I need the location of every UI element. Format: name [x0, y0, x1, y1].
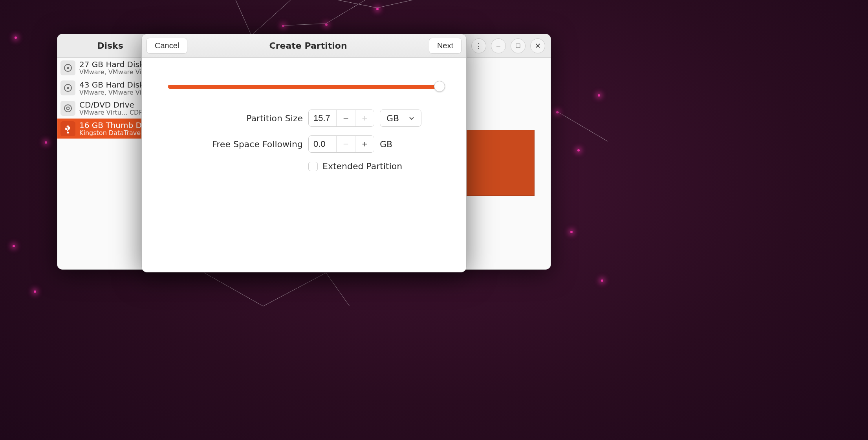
dialog-body: Partition Size − + GB Free Space Followi…	[142, 58, 466, 272]
dialog-header: Cancel Create Partition Next	[142, 34, 466, 58]
free-space-input[interactable]	[309, 136, 336, 152]
disk-title: CD/DVD Drive	[79, 100, 149, 109]
disks-menu-button[interactable]: ⋮	[471, 38, 486, 53]
unit-select-label: GB	[386, 113, 399, 123]
usb-icon	[60, 121, 75, 136]
maximize-button[interactable]: □	[511, 38, 526, 53]
extended-partition-label: Extended Partition	[322, 161, 402, 171]
free-space-stepper: − +	[308, 135, 374, 153]
partition-size-decrement[interactable]: −	[336, 110, 355, 126]
slider-thumb[interactable]	[434, 81, 445, 92]
hdd-icon	[60, 60, 75, 75]
partition-size-slider[interactable]	[165, 81, 443, 91]
disk-subtitle: VMware, VMware Virt	[79, 69, 146, 76]
hdd-icon	[60, 80, 75, 95]
cd-icon	[60, 101, 75, 116]
disk-subtitle: VMware, VMware Virt	[79, 89, 146, 96]
dialog-title: Create Partition	[269, 41, 347, 51]
free-space-decrement[interactable]: −	[336, 136, 355, 152]
svg-point-2	[64, 84, 71, 91]
partition-size-label: Partition Size	[165, 113, 303, 123]
partition-size-input[interactable]	[309, 110, 336, 126]
svg-point-1	[67, 67, 69, 69]
svg-point-4	[64, 105, 71, 112]
disk-subtitle: VMware Virtu… CDRW	[79, 109, 149, 116]
svg-point-0	[64, 64, 71, 71]
cancel-button[interactable]: Cancel	[146, 38, 187, 54]
partition-size-stepper: − +	[308, 110, 374, 127]
disk-title: 27 GB Hard Disk	[79, 60, 146, 69]
chevron-down-icon	[408, 113, 415, 123]
partition-size-unit-select[interactable]: GB	[380, 110, 421, 127]
free-space-increment[interactable]: +	[355, 136, 374, 152]
extended-partition-checkbox[interactable]	[308, 162, 318, 171]
free-space-unit: GB	[380, 139, 392, 149]
slider-fill	[168, 86, 439, 88]
free-space-label: Free Space Following	[165, 139, 303, 149]
minimize-button[interactable]: –	[491, 38, 506, 53]
svg-point-3	[67, 87, 69, 89]
disk-title: 43 GB Hard Disk	[79, 80, 146, 89]
partition-size-increment[interactable]: +	[355, 110, 374, 126]
next-button[interactable]: Next	[429, 38, 461, 54]
svg-point-5	[67, 107, 70, 110]
create-partition-dialog: Cancel Create Partition Next Partition S…	[141, 34, 467, 272]
close-button[interactable]: ✕	[530, 38, 545, 53]
